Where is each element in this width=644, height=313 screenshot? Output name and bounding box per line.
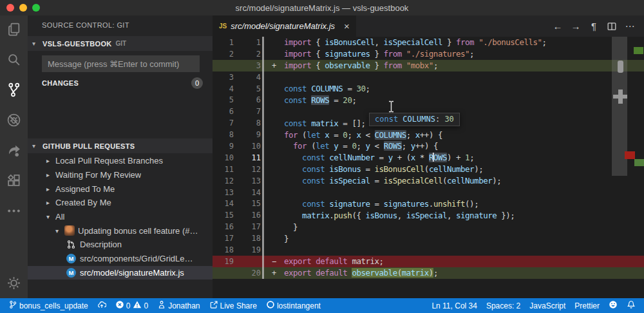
old-line-number: 4 xyxy=(213,84,238,93)
tree-item[interactable]: ▾All xyxy=(28,210,213,224)
chevron-down-icon: ▾ xyxy=(32,142,39,149)
status-problems-status[interactable]: 00 xyxy=(111,298,153,313)
code-line[interactable]: 1112 const isBonus = isBonusCell(cellNum… xyxy=(213,164,644,175)
tree-item[interactable]: Msrc/model/signatureMatrix.js xyxy=(28,266,213,280)
tree-item[interactable]: ▸Assigned To Me xyxy=(28,182,213,196)
person-icon xyxy=(157,300,166,311)
toggle-render-whitespace-button[interactable]: ¶ xyxy=(585,21,603,32)
activity-item-debug[interactable] xyxy=(0,106,28,137)
code-line[interactable]: 45const COLUMNS = 30; xyxy=(213,83,644,95)
code-line[interactable]: 1213 const isSpecial = isSpecialCell(cel… xyxy=(213,175,644,187)
old-line-number: 2 xyxy=(213,50,238,59)
editor-group: JS src/model/signatureMatrix.js × ←→¶⋯ 1… xyxy=(213,15,644,298)
sidebar-title: SOURCE CONTROL: GIT xyxy=(42,21,129,29)
status-formatter[interactable]: Prettier xyxy=(570,298,604,313)
code-text: import { observable } from "mobx"; xyxy=(284,61,438,70)
code-line[interactable]: 34 xyxy=(213,71,644,83)
tab-bar: JS src/model/signatureMatrix.js × ←→¶⋯ xyxy=(213,15,644,37)
status-feedback[interactable] xyxy=(604,298,622,313)
status-bar: bonus_cells_update00JonathanLive Sharelo… xyxy=(0,298,644,313)
changes-row[interactable]: CHANGES 0 xyxy=(42,77,203,90)
tree-item[interactable]: ▸Waiting For My Review xyxy=(28,168,213,182)
code-line[interactable]: 1011 const cellNumber = y + (x * ROWS) +… xyxy=(213,152,644,164)
status-notifications[interactable] xyxy=(622,298,640,313)
status-indentation[interactable]: Spaces: 2 xyxy=(482,298,525,313)
code-text: const isBonus = isBonusCell(cellNumber); xyxy=(284,164,483,174)
status-presence-status[interactable]: Jonathan xyxy=(153,298,204,313)
activity-item-search[interactable] xyxy=(0,46,28,76)
hover-tooltip: const COLUMNS: 30 xyxy=(369,113,460,126)
code-line[interactable]: 22import { signatures } from "./signatur… xyxy=(213,48,644,60)
code-line[interactable]: 1314 xyxy=(213,187,644,198)
status-label: Ln 11, Col 34 xyxy=(431,301,477,310)
code-line[interactable]: 3+import { observable } from "mobx"; xyxy=(213,60,644,71)
new-line-number: 9 xyxy=(238,130,264,139)
traffic-light-zoom[interactable] xyxy=(32,4,40,12)
tree-item[interactable]: Description xyxy=(28,238,213,252)
old-line-number: 7 xyxy=(213,119,238,128)
new-line-number: 11 xyxy=(238,153,264,162)
activity-item-live-share[interactable] xyxy=(0,137,28,167)
code-line[interactable]: 20+export default observable(matrix); xyxy=(213,267,644,279)
close-tab-icon[interactable]: × xyxy=(344,21,350,32)
code-editor[interactable]: 11import { isBonusCell, isSpecialCell } … xyxy=(213,37,644,298)
new-line-number: 18 xyxy=(238,234,264,243)
more-actions-button[interactable]: ⋯ xyxy=(621,21,639,32)
new-line-number: 5 xyxy=(238,84,264,93)
activity-item-source-control[interactable] xyxy=(0,76,28,106)
git-branch-icon xyxy=(8,300,17,311)
code-line[interactable]: 1718} xyxy=(213,232,644,244)
old-line-number: 12 xyxy=(213,176,238,185)
code-line[interactable]: 89for (let x = 0; x < COLUMNS; x++) { xyxy=(213,129,644,140)
status-cursor-position[interactable]: Ln 11, Col 34 xyxy=(427,298,482,313)
activity-item-explorer[interactable] xyxy=(0,15,28,46)
tree-item[interactable]: ▸Local Pull Request Branches xyxy=(28,154,213,168)
old-line-number: 17 xyxy=(213,234,238,243)
commit-message-input[interactable] xyxy=(42,55,200,72)
code-text: export default matrix; xyxy=(284,256,384,266)
code-text: const matrix = []; xyxy=(284,119,365,128)
live-share-icon xyxy=(209,300,218,311)
debug-icon xyxy=(6,112,22,131)
scrollbar-decoration xyxy=(618,61,623,73)
traffic-light-minimize[interactable] xyxy=(19,4,27,12)
status-language-mode[interactable]: JavaScript xyxy=(525,298,570,313)
status-label: lostintangent xyxy=(277,301,321,310)
old-line-number: 9 xyxy=(213,142,238,151)
status-git-branch-status[interactable]: bonus_cells_update xyxy=(4,298,93,313)
status-github-account-status[interactable]: lostintangent xyxy=(261,298,325,313)
tree-item[interactable]: Msrc/components/Grid/GridLe… xyxy=(28,252,213,266)
diff-gutter-divider xyxy=(262,37,264,279)
forward-button[interactable]: → xyxy=(567,21,585,32)
status-sync-status[interactable] xyxy=(93,298,111,313)
activity-item-extensions[interactable] xyxy=(0,167,28,197)
code-line[interactable]: 1617 } xyxy=(213,221,644,232)
code-line[interactable]: 56const ROWS = 20; xyxy=(213,94,644,106)
tab-signature-matrix[interactable]: JS src/model/signatureMatrix.js × xyxy=(213,15,356,37)
pr-section-header[interactable]: ▾ GITHUB PULL REQUESTS xyxy=(28,138,213,153)
tree-item[interactable]: ▾Updating bonus cell feature (#… xyxy=(28,223,213,238)
extensions-icon xyxy=(6,173,22,191)
tree-item-label: All xyxy=(55,212,64,222)
diff-marker: − xyxy=(264,257,284,266)
tree-item[interactable]: ▸Created By Me xyxy=(28,196,213,210)
code-line[interactable]: 1819 xyxy=(213,244,644,256)
split-editor-button[interactable] xyxy=(603,21,621,32)
status-live-share-status[interactable]: Live Share xyxy=(205,298,261,313)
code-line[interactable]: 19−export default matrix; xyxy=(213,256,644,267)
back-button[interactable]: ← xyxy=(549,21,567,32)
status-label: Jonathan xyxy=(168,301,200,310)
gear-icon xyxy=(6,275,22,294)
old-line-number: 19 xyxy=(213,257,238,266)
traffic-light-close[interactable] xyxy=(6,4,14,12)
code-line[interactable]: 1516 matrix.push({ isBonus, isSpecial, s… xyxy=(213,209,644,221)
activity-item-more[interactable] xyxy=(0,197,28,227)
code-line[interactable]: 11import { isBonusCell, isSpecialCell } … xyxy=(213,37,644,48)
code-line[interactable]: 1415 const signature = signatures.unshif… xyxy=(213,198,644,209)
new-line-number: 13 xyxy=(238,176,264,185)
changes-count-badge: 0 xyxy=(191,77,203,89)
activity-item-settings[interactable] xyxy=(0,270,28,298)
scm-section-header[interactable]: ▾ VSLS-GUESTBOOK GIT xyxy=(28,36,213,51)
code-line[interactable]: 910 for (let y = 0; y < ROWS; y++) { xyxy=(213,140,644,152)
pr-section-label: GITHUB PULL REQUESTS xyxy=(43,142,135,150)
